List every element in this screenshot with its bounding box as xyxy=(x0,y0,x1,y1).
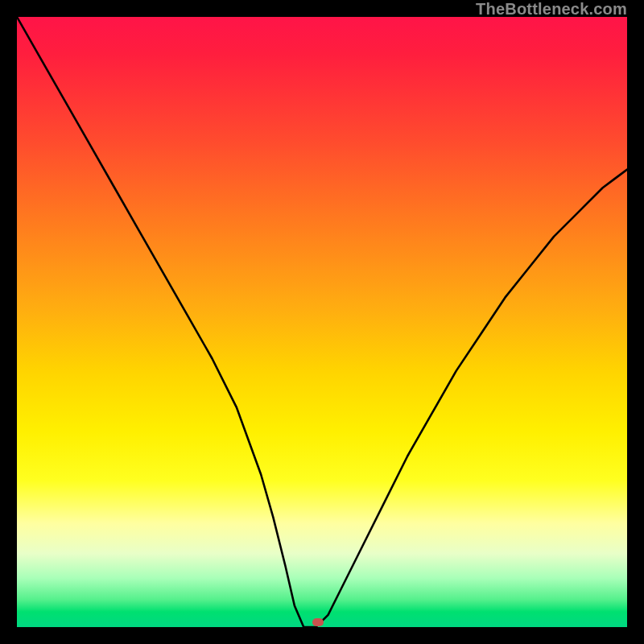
watermark-text: TheBottleneck.com xyxy=(476,0,627,19)
optimum-marker xyxy=(312,618,324,626)
chart-frame: TheBottleneck.com xyxy=(0,0,644,644)
gradient-plot-area xyxy=(17,17,627,627)
